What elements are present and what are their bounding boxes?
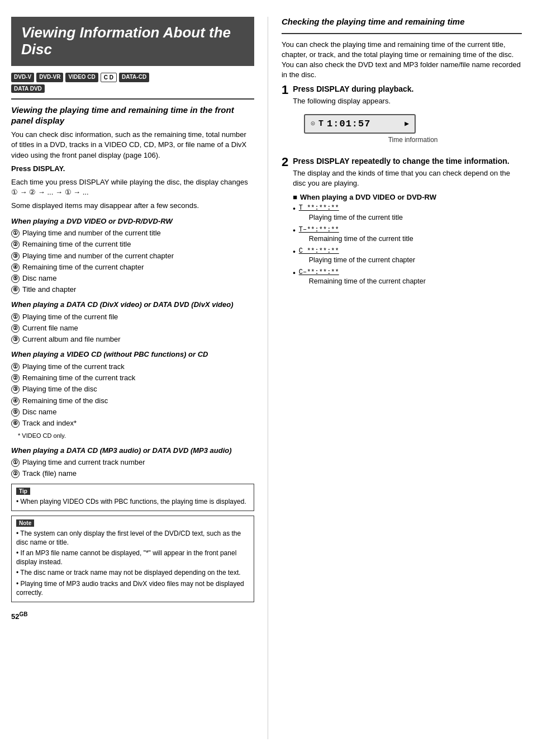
badge-datacd: DATA-CD: [119, 73, 149, 82]
press-display-label: Press DISPLAY.: [11, 164, 65, 173]
list-item: ⑤Disc name: [11, 273, 254, 284]
step1-desc: The following display appears.: [293, 96, 522, 106]
tip-item: When playing VIDEO CDs with PBC function…: [16, 497, 249, 506]
section-viewing-playing-time: Viewing the playing time and remaining t…: [11, 105, 254, 211]
dvd-video-list: ①Playing time and number of the current …: [11, 228, 254, 295]
section-data-divx: When playing a DATA CD (DivX video) or D…: [11, 300, 254, 344]
right-column: Checking the playing time and remaining …: [268, 17, 522, 739]
step-2-block: 2 Press DISPLAY repeatedly to change the…: [282, 156, 522, 290]
page-title-box: Viewing Information About the Disc: [11, 17, 254, 66]
dvd-rw-heading: When playing a DVD VIDEO or DVD-RW: [293, 193, 522, 201]
list-item: ②Track (file) name: [11, 469, 254, 479]
note-list: The system can only display the first le…: [16, 529, 249, 597]
section-data-mp3: When playing a DATA CD (MP3 audio) or DA…: [11, 446, 254, 602]
badge-cd: C D: [101, 73, 117, 82]
code-t: T **:**:**: [299, 204, 403, 212]
step2-number: 2: [282, 156, 288, 168]
section2-heading: When playing a DVD VIDEO or DVD-R/DVD-RW: [11, 217, 254, 226]
list-item: • T **:**:** Playing time of the current…: [293, 204, 522, 223]
list-item: ①Playing time and number of the current …: [11, 228, 254, 238]
list-item: ④Remaining time of the disc: [11, 396, 254, 406]
list-item: ②Remaining time of the current track: [11, 373, 254, 383]
badge-row-2: DATA DVD: [11, 84, 254, 93]
list-item: ②Remaining time of the current title: [11, 239, 254, 249]
display-track-label: T: [318, 119, 323, 129]
data-mp3-list: ①Playing time and current track number ②…: [11, 457, 254, 479]
code-c: C **:**:**: [299, 247, 415, 256]
data-divx-list: ①Playing time of the current file ②Curre…: [11, 312, 254, 345]
badge-dvdv: DVD-V: [11, 73, 34, 82]
divider-right: [282, 33, 522, 34]
note-label: Note: [16, 519, 34, 527]
desc-c: Playing time of the current chapter: [309, 256, 415, 265]
note-item: The system can only display the first le…: [16, 529, 249, 547]
list-item: • T–**:**:** Remaining time of the curre…: [293, 225, 522, 245]
list-item: ①Playing time of the current track: [11, 362, 254, 372]
left-column: Viewing Information About the Disc DVD-V…: [11, 17, 268, 739]
section5-heading: When playing a DATA CD (MP3 audio) or DA…: [11, 446, 254, 455]
divider-1: [11, 98, 254, 100]
step1-number: 1: [282, 84, 288, 96]
tip-box: Tip When playing VIDEO CDs with PBC func…: [11, 484, 254, 511]
desc-tminus: Remaining time of the current title: [309, 234, 413, 244]
list-item: ④Remaining time of the current chapter: [11, 262, 254, 272]
step2-label: Press DISPLAY repeatedly to change the t…: [293, 156, 522, 166]
step2-desc: The display and the kinds of time that y…: [293, 168, 522, 188]
page-title: Viewing Information About the Disc: [21, 25, 244, 58]
list-item: ⑤Disc name: [11, 407, 254, 417]
section4-heading: When playing a VIDEO CD (without PBC fun…: [11, 350, 254, 359]
desc-t: Playing time of the current title: [309, 213, 403, 223]
display-play-arrow: ▶: [404, 119, 409, 128]
section1-heading: Viewing the playing time and remaining t…: [11, 105, 254, 126]
section4-footnote: * VIDEO CD only.: [11, 432, 254, 440]
video-cd-list: ①Playing time of the current track ②Rema…: [11, 362, 254, 428]
format-badge-row: DVD-V DVD-VR VIDEO CD C D DATA-CD: [11, 73, 254, 82]
step-1-block: 1 Press DISPLAY during playback. The fol…: [282, 84, 522, 148]
list-item: ⑥Track and index*: [11, 418, 254, 428]
list-item: • C **:**:** Playing time of the current…: [293, 247, 522, 266]
section-dvd-video: When playing a DVD VIDEO or DVD-R/DVD-RW…: [11, 217, 254, 295]
list-item: ③Playing time and number of the current …: [11, 251, 254, 261]
display-time: 1:01:57: [327, 119, 370, 129]
dvd-rw-section: When playing a DVD VIDEO or DVD-RW • T *…: [293, 193, 522, 287]
section-video-cd: When playing a VIDEO CD (without PBC fun…: [11, 350, 254, 440]
note-item: The disc name or track name may not be d…: [16, 568, 249, 577]
section1-intro: You can check disc information, such as …: [11, 130, 254, 160]
tip-list: When playing VIDEO CDs with PBC function…: [16, 497, 249, 506]
display-panel: ⊙ T 1:01:57 ▶: [304, 114, 416, 134]
press-display-desc: Each time you press DISPLAY while playin…: [11, 177, 254, 197]
press-display-note: Some displayed items may disappear after…: [11, 201, 254, 211]
step1-label: Press DISPLAY during playback.: [293, 84, 522, 94]
display-caption: Time information: [304, 136, 522, 144]
list-item: ③Playing time of the disc: [11, 384, 254, 394]
list-item: • C–**:**:** Remaining time of the curre…: [293, 268, 522, 287]
tip-label: Tip: [16, 488, 30, 495]
checking-intro: You can check the playing time and remai…: [282, 40, 522, 81]
desc-cminus: Remaining time of the current chapter: [309, 277, 426, 286]
badge-datadvd: DATA DVD: [11, 84, 45, 93]
code-cminus: C–**:**:**: [299, 268, 426, 277]
checking-section-heading: Checking the playing time and remaining …: [282, 17, 522, 27]
list-item: ②Current file name: [11, 323, 254, 333]
list-item: ①Playing time and current track number: [11, 457, 254, 467]
note-item: If an MP3 file name cannot be displayed,…: [16, 549, 249, 566]
badge-dvdvr: DVD-VR: [36, 73, 63, 82]
list-item: ⑥Title and chapter: [11, 285, 254, 295]
display-disc-icon: ⊙: [311, 119, 315, 128]
note-item: Playing time of MP3 audio tracks and Div…: [16, 579, 249, 597]
section3-heading: When playing a DATA CD (DivX video) or D…: [11, 300, 254, 309]
note-box: Note The system can only display the fir…: [11, 516, 254, 602]
list-item: ①Playing time of the current file: [11, 312, 254, 322]
dvd-rw-items: • T **:**:** Playing time of the current…: [293, 204, 522, 287]
code-tminus: T–**:**:**: [299, 225, 413, 234]
page-number: 52GB: [11, 611, 254, 621]
badge-videocd: VIDEO CD: [65, 73, 98, 82]
list-item: ③Current album and file number: [11, 334, 254, 344]
